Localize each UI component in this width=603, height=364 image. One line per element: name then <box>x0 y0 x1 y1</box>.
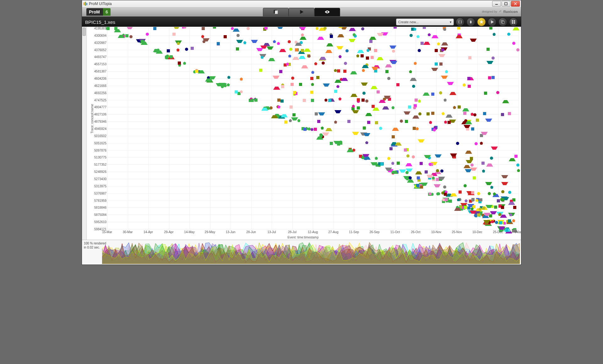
event-marker <box>366 56 369 60</box>
event-marker <box>202 27 205 30</box>
tab-workspace[interactable] <box>263 8 289 16</box>
event-marker <box>126 27 133 32</box>
favorite-button[interactable] <box>477 18 486 26</box>
event-marker <box>324 99 328 102</box>
event-marker <box>423 89 430 96</box>
event-marker <box>490 211 497 217</box>
event-marker <box>290 105 293 109</box>
event-marker <box>470 168 477 174</box>
overview-plot[interactable] <box>102 241 520 264</box>
y-tick: 5016502 <box>93 134 106 137</box>
event-marker <box>289 48 292 51</box>
event-marker <box>379 127 382 130</box>
y-tick: 5952610 <box>93 220 106 224</box>
event-marker <box>256 48 263 54</box>
event-marker <box>423 27 426 29</box>
event-marker <box>213 27 216 29</box>
event-marker <box>353 33 356 36</box>
event-marker <box>295 48 298 51</box>
event-marker <box>384 96 391 102</box>
event-marker <box>337 27 344 31</box>
event-marker <box>435 154 442 161</box>
sub-header: BPIC15_1.xes Create new... ▾ <box>82 17 521 27</box>
run-button[interactable] <box>488 18 497 26</box>
x-tick: 26-Sep <box>369 230 379 234</box>
event-marker <box>450 190 457 196</box>
event-marker <box>418 49 421 52</box>
copy-button[interactable] <box>498 18 507 26</box>
event-marker <box>435 62 438 66</box>
designed-by-company: fluxicon <box>503 10 518 13</box>
event-marker <box>377 33 384 39</box>
drop-button[interactable] <box>466 18 475 26</box>
svg-rect-16 <box>514 20 515 22</box>
event-marker <box>205 75 212 82</box>
event-marker <box>172 33 176 36</box>
event-marker <box>489 27 492 29</box>
event-marker <box>513 27 519 30</box>
brand-version: 6 <box>103 8 111 16</box>
event-marker <box>465 118 472 124</box>
x-tick: 10-Nov <box>431 230 441 234</box>
event-marker <box>273 40 276 43</box>
dotted-chart[interactable]: Trace: concept:name 41953814300694432098… <box>86 27 520 240</box>
event-marker <box>418 139 425 146</box>
event-marker <box>464 125 470 131</box>
event-marker <box>471 199 474 202</box>
event-marker <box>352 104 355 108</box>
minimize-button[interactable] <box>492 1 501 7</box>
event-marker <box>434 184 441 190</box>
create-new-dropdown[interactable]: Create new... ▾ <box>396 19 454 25</box>
event-marker <box>508 191 511 194</box>
x-tick: 15-Mar <box>102 230 112 234</box>
event-marker <box>118 32 125 38</box>
event-marker <box>467 206 470 210</box>
event-marker <box>470 113 474 116</box>
svg-rect-8 <box>275 11 278 14</box>
chart-canvas[interactable] <box>107 28 519 229</box>
y-axis-ticks: 4195381430069443209874376052449374745571… <box>93 28 106 229</box>
event-marker <box>236 40 243 46</box>
event-marker <box>471 191 474 194</box>
event-marker <box>391 106 394 109</box>
x-tick: 25-Nov <box>452 230 462 234</box>
scrollbar-thumb[interactable] <box>83 28 86 36</box>
event-marker <box>350 91 357 97</box>
event-marker <box>468 85 471 88</box>
parentheses-button[interactable] <box>456 18 464 26</box>
event-marker <box>449 89 456 95</box>
window-buttons <box>492 1 520 7</box>
tab-actions[interactable] <box>289 8 314 16</box>
event-marker <box>470 163 474 167</box>
event-marker <box>369 40 372 43</box>
maximize-button[interactable] <box>502 1 510 7</box>
event-marker <box>480 142 483 145</box>
event-marker <box>371 83 378 89</box>
event-marker <box>494 206 497 209</box>
svg-point-10 <box>327 11 328 13</box>
event-marker <box>390 61 397 67</box>
event-marker <box>420 162 423 165</box>
event-marker <box>352 110 359 116</box>
event-marker <box>457 27 460 29</box>
event-marker <box>310 77 313 80</box>
event-marker <box>263 40 270 46</box>
vertical-scrollbar[interactable] <box>82 27 87 240</box>
close-button[interactable] <box>511 1 520 7</box>
event-marker <box>426 112 430 115</box>
y-tick: 5273430 <box>93 177 106 181</box>
y-tick: 5781959 <box>93 199 106 202</box>
event-marker <box>439 91 442 94</box>
event-marker <box>481 162 485 165</box>
event-marker <box>491 147 498 153</box>
event-marker <box>227 76 231 79</box>
event-marker <box>425 170 428 174</box>
tab-view[interactable] <box>314 8 340 16</box>
event-marker <box>396 83 399 86</box>
event-marker <box>464 206 467 209</box>
fluxicon-icon <box>498 9 502 14</box>
event-marker <box>424 155 431 161</box>
event-marker <box>314 128 317 131</box>
grid-button[interactable] <box>509 18 518 26</box>
event-marker <box>240 90 243 93</box>
